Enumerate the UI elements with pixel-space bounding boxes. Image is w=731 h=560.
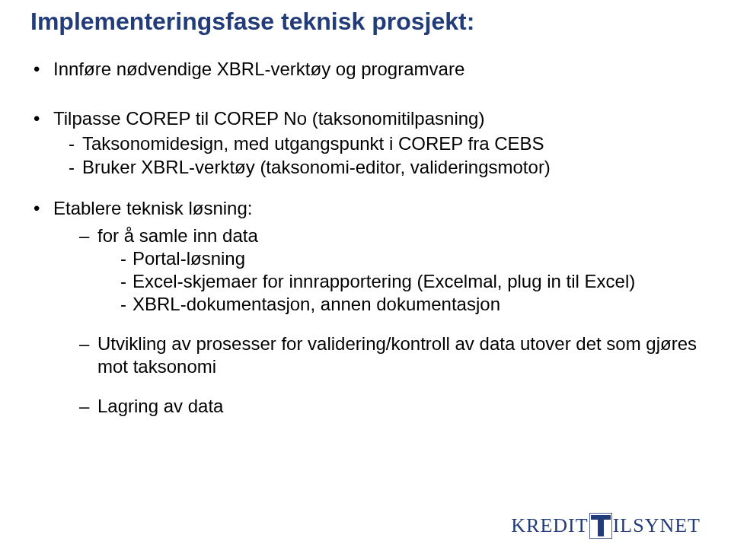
bullet-text: Tilpasse COREP til COREP No (taksonomiti…: [53, 108, 484, 129]
bullet-3-level2-item-3: Lagring av data: [75, 395, 701, 418]
bullet-2-sub-2: Bruker XBRL-verktøy (taksonomi-editor, v…: [53, 155, 701, 179]
bullet-3-level2-item-1: for å samle inn data Portal-løsning Exce…: [75, 224, 701, 316]
bullet-3-level2: for å samle inn data Portal-løsning Exce…: [75, 224, 701, 418]
bullet-3-level2-item-1-sublist: Portal-løsning Excel-skjemaer for innrap…: [97, 247, 701, 316]
logo-t-icon: [589, 513, 612, 539]
kredittilsynet-logo: KREDIT ILSYNET: [511, 513, 701, 539]
level2-text: Utvikling av prosesser for validering/ko…: [97, 333, 697, 377]
sub-text: Taksonomidesign, med utgangspunkt i CORE…: [82, 133, 544, 154]
logo-text-left: KREDIT: [511, 514, 588, 537]
excel-skjemaer: Excel-skjemaer for innrapportering (Exce…: [97, 270, 701, 293]
bullet-text: Etablere teknisk løsning:: [53, 198, 252, 218]
logo-text-right: ILSYNET: [613, 514, 701, 537]
sub-text: Excel-skjemaer for innrapportering (Exce…: [132, 271, 635, 291]
bullet-3-level2-item-2: Utvikling av prosesser for validering/ko…: [75, 332, 701, 378]
bullet-item-1: Innføre nødvendige XBRL-verktøy og progr…: [30, 57, 701, 81]
bullet-item-3: Etablere teknisk løsning: for å samle in…: [30, 196, 701, 418]
bullet-text: Innføre nødvendige XBRL-verktøy og progr…: [53, 59, 464, 79]
level2-text: Lagring av data: [97, 396, 223, 416]
bullet-item-2: Tilpasse COREP til COREP No (taksonomiti…: [30, 107, 701, 180]
bullet-2-sublist: Taksonomidesign, med utgangspunkt i CORE…: [53, 132, 701, 179]
sub-text: Portal-løsning: [132, 248, 245, 269]
page-title: Implementeringsfase teknisk prosjekt:: [30, 8, 701, 36]
bullet-list: Innføre nødvendige XBRL-verktøy og progr…: [30, 57, 701, 418]
portal-losning: Portal-løsning: [97, 247, 701, 270]
bullet-2-sub-1: Taksonomidesign, med utgangspunkt i CORE…: [53, 132, 701, 155]
sub-text: Bruker XBRL-verktøy (taksonomi-editor, v…: [82, 157, 551, 177]
xbrl-dokumentasjon: XBRL-dokumentasjon, annen dokumentasjon: [97, 293, 701, 316]
slide: Implementeringsfase teknisk prosjekt: In…: [0, 0, 731, 560]
sub-text: XBRL-dokumentasjon, annen dokumentasjon: [132, 294, 500, 314]
level2-text: for å samle inn data: [97, 225, 258, 246]
